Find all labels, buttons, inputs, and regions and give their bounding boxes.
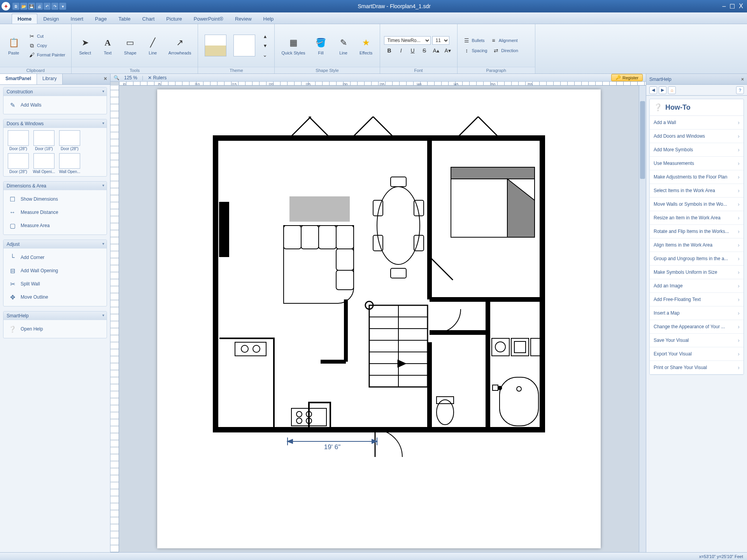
vertical-scrollbar[interactable]	[639, 86, 646, 552]
font-size-select[interactable]: 11	[432, 36, 449, 45]
move-outline-button[interactable]: ✥Move Outline	[7, 290, 103, 304]
howto-item[interactable]: Select Items in the Work Area	[650, 184, 743, 198]
select-button[interactable]: ➤Select	[75, 34, 95, 57]
add-walls-button[interactable]: ✎Add Walls	[7, 98, 103, 112]
symbol-door-28[interactable]: Door (28")	[7, 130, 30, 151]
line-button[interactable]: ╱Line	[143, 34, 163, 57]
maximize-button[interactable]: ☐	[729, 3, 735, 10]
line-style-button[interactable]: ✎Line	[334, 34, 353, 57]
tab-library[interactable]: Library	[37, 74, 63, 84]
quick-styles-button[interactable]: ▦Quick Styles	[279, 34, 308, 57]
add-wall-opening-button[interactable]: ⊟Add Wall Opening	[7, 264, 103, 277]
copy-button[interactable]: ⧉Copy	[26, 41, 67, 50]
howto-item[interactable]: Save Your Visual	[650, 334, 743, 347]
tab-design[interactable]: Design	[37, 14, 65, 24]
help-home-button[interactable]: ⌂	[668, 86, 676, 94]
qat-undo-icon[interactable]: ↶	[44, 3, 51, 10]
howto-item[interactable]: Print or Share Your Visual	[650, 361, 743, 374]
ruler-vertical[interactable]	[110, 86, 119, 552]
theme-prev-button[interactable]: ▴	[260, 32, 270, 40]
measure-area-button[interactable]: ▢Measure Area	[7, 219, 103, 232]
symbol-door-28c[interactable]: Door (28")	[7, 153, 30, 174]
howto-item[interactable]: Add a Wall	[650, 116, 743, 130]
theme-next-button[interactable]: ▾	[260, 41, 270, 50]
tab-smartpanel[interactable]: SmartPanel	[0, 74, 37, 84]
section-header[interactable]: SmartHelp	[4, 312, 107, 320]
effects-button[interactable]: ★Effects	[356, 34, 376, 57]
tab-help[interactable]: Help	[258, 14, 280, 24]
minimize-button[interactable]: –	[722, 3, 726, 10]
fill-button[interactable]: 🪣Fill	[311, 34, 331, 57]
underline-button[interactable]: U	[407, 46, 418, 55]
help-back-button[interactable]: ◀	[649, 86, 657, 94]
alignment-button[interactable]: ≡Alignment	[488, 36, 520, 45]
howto-item[interactable]: Group and Ungroup Items in the a...	[650, 252, 743, 266]
zoom-icon[interactable]: 🔍	[114, 75, 119, 80]
measure-distance-button[interactable]: ↔Measure Distance	[7, 206, 103, 219]
howto-item[interactable]: Add Free-Floating Text	[650, 293, 743, 306]
strike-button[interactable]: S	[419, 46, 430, 55]
bullets-button[interactable]: ☰Bullets	[461, 36, 487, 45]
format-painter-button[interactable]: 🖌Format Painter	[26, 51, 67, 59]
arrowheads-button[interactable]: ↗Arrowheads	[166, 34, 194, 57]
theme-more-button[interactable]: ⌄	[260, 51, 270, 59]
symbol-door-28b[interactable]: Door (28")	[58, 130, 81, 151]
cut-button[interactable]: ✂Cut	[26, 32, 67, 40]
qat-open-icon[interactable]: 📂	[20, 3, 27, 10]
howto-item[interactable]: Add More Symbols	[650, 143, 743, 157]
bold-button[interactable]: B	[384, 46, 395, 55]
howto-item[interactable]: Make Adjustments to the Floor Plan	[650, 170, 743, 184]
direction-button[interactable]: ⇄Direction	[491, 46, 520, 55]
ruler-horizontal[interactable]: |0 |5 |10 |15 |20 |25 |30 |35 |40 |45 |5…	[119, 82, 646, 86]
howto-item[interactable]: Add an Image	[650, 279, 743, 293]
drawing-page[interactable]: ⊕ 19' 6"	[157, 89, 601, 548]
help-forward-button[interactable]: ▶	[659, 86, 666, 94]
howto-item[interactable]: Align Items in the Work Area	[650, 238, 743, 252]
theme-preset-2[interactable]	[231, 33, 258, 58]
howto-item[interactable]: Use Measurements	[650, 157, 743, 170]
howto-item[interactable]: Insert a Map	[650, 306, 743, 320]
qat-more-icon[interactable]: ▾	[59, 3, 66, 10]
howto-item[interactable]: Change the Appearance of Your ...	[650, 320, 743, 334]
rulers-toggle[interactable]: ✕ Rulers	[148, 75, 167, 80]
app-logo[interactable]: ✦	[2, 2, 10, 10]
tab-powerpoint[interactable]: PowerPoint®	[188, 14, 229, 24]
shape-button[interactable]: ▭Shape	[121, 34, 140, 57]
font-family-select[interactable]: Times NewRo...	[384, 36, 431, 45]
theme-preset-1[interactable]	[202, 33, 229, 58]
symbol-wall-opening2[interactable]: Wall Open...	[58, 153, 81, 174]
tab-page[interactable]: Page	[89, 14, 112, 24]
panel-close-button[interactable]: ×	[101, 74, 110, 84]
qat-save-icon[interactable]: 💾	[28, 3, 35, 10]
howto-item[interactable]: Export Your Visual	[650, 347, 743, 361]
section-header[interactable]: Dimensions & Area	[4, 182, 107, 190]
howto-item[interactable]: Move Walls or Symbols in the Wo...	[650, 198, 743, 211]
symbol-door-18[interactable]: Door (18")	[32, 130, 56, 151]
font-color-button[interactable]: A▾	[442, 46, 453, 55]
show-dimensions-button[interactable]: ☐Show Dimensions	[7, 192, 103, 206]
add-corner-button[interactable]: └Add Corner	[7, 251, 103, 264]
tab-chart[interactable]: Chart	[137, 14, 161, 24]
tab-insert[interactable]: Insert	[65, 14, 89, 24]
howto-item[interactable]: Rotate and Flip Items in the Works...	[650, 225, 743, 238]
tab-home[interactable]: Home	[12, 14, 37, 24]
section-header[interactable]: Adjust	[4, 240, 107, 248]
canvas[interactable]: ⊕ 19' 6"	[119, 86, 639, 552]
qat-print-icon[interactable]: 🖨	[36, 3, 43, 10]
tab-table[interactable]: Table	[112, 14, 136, 24]
register-button[interactable]: 🔑Register	[611, 74, 643, 81]
text-button[interactable]: AText	[98, 34, 117, 57]
tab-picture[interactable]: Picture	[160, 14, 188, 24]
zoom-value[interactable]: 125 %	[124, 75, 137, 80]
help-info-button[interactable]: ?	[736, 86, 744, 94]
paste-button[interactable]: 📋 Paste	[4, 34, 23, 57]
split-wall-button[interactable]: ✂Split Wall	[7, 277, 103, 290]
qat-new-icon[interactable]: 🗎	[12, 3, 19, 10]
qat-redo-icon[interactable]: ↷	[51, 3, 58, 10]
howto-item[interactable]: Make Symbols Uniform in Size	[650, 266, 743, 279]
tab-review[interactable]: Review	[229, 14, 258, 24]
howto-item[interactable]: Resize an Item in the Work Area	[650, 211, 743, 225]
section-header[interactable]: Construction	[4, 88, 107, 96]
section-header[interactable]: Doors & Windows	[4, 119, 107, 128]
italic-button[interactable]: I	[396, 46, 407, 55]
